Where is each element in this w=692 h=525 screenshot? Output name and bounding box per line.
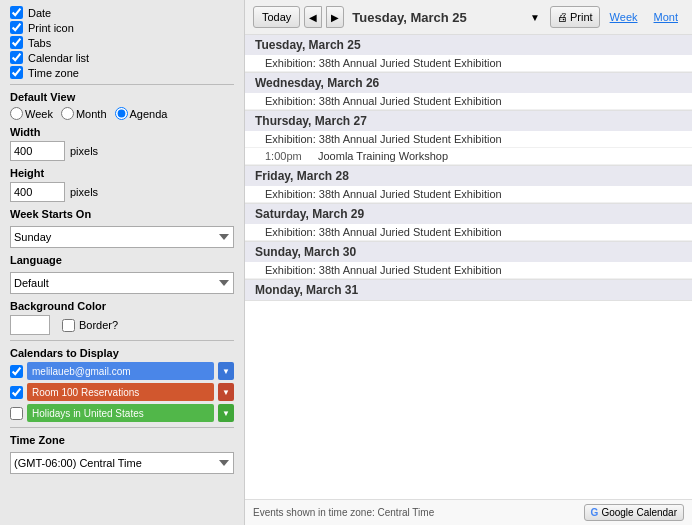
calendar-label-3: Holidays in United States: [27, 404, 214, 422]
event-title-0-0: Exhibition: 38th Annual Juried Student E…: [265, 57, 502, 69]
calendar-name-2: Room 100 Reservations: [32, 387, 139, 398]
radio-week-label: Week: [10, 107, 53, 120]
week-starts-label: Week Starts On: [10, 208, 234, 220]
width-unit: pixels: [70, 145, 98, 157]
border-checkbox[interactable]: [62, 319, 75, 332]
event-row-4-0: Exhibition: 38th Annual Juried Student E…: [245, 224, 692, 241]
language-select[interactable]: Default English Spanish: [10, 272, 234, 294]
height-input[interactable]: [10, 182, 65, 202]
height-input-row: pixels: [10, 182, 234, 202]
day-block-6: Monday, March 31: [245, 280, 692, 301]
checkbox-date-label: Date: [28, 7, 51, 19]
calendar-label-1: melilaueb@gmail.com: [27, 362, 214, 380]
default-view-radios: Week Month Agenda: [10, 107, 234, 120]
next-button[interactable]: ▶: [326, 6, 344, 28]
calendar-dropdown-1[interactable]: ▼: [218, 362, 234, 380]
checkbox-date-row: Date: [10, 6, 234, 19]
day-block-0: Tuesday, March 25 Exhibition: 38th Annua…: [245, 35, 692, 73]
day-block-3: Friday, March 28 Exhibition: 38th Annual…: [245, 166, 692, 204]
event-time-2-1: 1:00pm: [265, 150, 310, 162]
checkboxes-section: Date Print icon Tabs Calendar list Time …: [10, 6, 234, 79]
calendar-checkbox-3[interactable]: [10, 407, 23, 420]
event-row-2-1: 1:00pm Joomla Training Workshop: [245, 148, 692, 165]
calendars-label: Calendars to Display: [10, 347, 234, 359]
calendar-header: Today ◀ ▶ Tuesday, March 25 ▼ 🖨 Print We…: [245, 0, 692, 35]
google-icon: G: [591, 507, 599, 518]
checkbox-tz-label: Time zone: [28, 67, 79, 79]
event-title-1-0: Exhibition: 38th Annual Juried Student E…: [265, 95, 502, 107]
event-row-0-0: Exhibition: 38th Annual Juried Student E…: [245, 55, 692, 72]
radio-agenda-label: Agenda: [115, 107, 168, 120]
today-button[interactable]: Today: [253, 6, 300, 28]
color-border-row: Border?: [10, 315, 234, 335]
radio-week[interactable]: [10, 107, 23, 120]
event-row-5-0: Exhibition: 38th Annual Juried Student E…: [245, 262, 692, 279]
width-label: Width: [10, 126, 234, 138]
calendar-dropdown-2[interactable]: ▼: [218, 383, 234, 401]
day-header-2: Thursday, March 27: [245, 111, 692, 131]
bg-color-label: Background Color: [10, 300, 234, 312]
google-calendar-button[interactable]: G Google Calendar: [584, 504, 684, 521]
color-picker[interactable]: [10, 315, 50, 335]
google-cal-label: Google Calendar: [601, 507, 677, 518]
checkbox-tabs[interactable]: [10, 36, 23, 49]
dropdown-icon[interactable]: ▼: [530, 12, 540, 23]
checkbox-tabs-row: Tabs: [10, 36, 234, 49]
timezone-section: Time Zone (GMT-06:00) Central Time (GMT-…: [10, 434, 234, 474]
width-input[interactable]: [10, 141, 65, 161]
right-panel: Today ◀ ▶ Tuesday, March 25 ▼ 🖨 Print We…: [245, 0, 692, 525]
calendar-footer: Events shown in time zone: Central Time …: [245, 499, 692, 525]
radio-month[interactable]: [61, 107, 74, 120]
language-section: Language Default English Spanish: [10, 254, 234, 294]
week-view-button[interactable]: Week: [604, 6, 644, 28]
day-header-1: Wednesday, March 26: [245, 73, 692, 93]
border-label: Border?: [79, 319, 118, 331]
checkbox-tz[interactable]: [10, 66, 23, 79]
default-view-section: Default View Week Month Agenda: [10, 91, 234, 120]
calendar-item-3: Holidays in United States ▼: [10, 404, 234, 422]
calendar-checkbox-1[interactable]: [10, 365, 23, 378]
checkbox-print-row: Print icon: [10, 21, 234, 34]
height-label: Height: [10, 167, 234, 179]
checkbox-print[interactable]: [10, 21, 23, 34]
day-block-2: Thursday, March 27 Exhibition: 38th Annu…: [245, 111, 692, 166]
width-section: Width pixels: [10, 126, 234, 161]
default-view-label: Default View: [10, 91, 234, 103]
height-section: Height pixels: [10, 167, 234, 202]
day-block-1: Wednesday, March 26 Exhibition: 38th Ann…: [245, 73, 692, 111]
event-title-3-0: Exhibition: 38th Annual Juried Student E…: [265, 188, 502, 200]
timezone-label: Time Zone: [10, 434, 234, 446]
week-starts-section: Week Starts On Sunday Monday Saturday: [10, 208, 234, 248]
background-color-section: Background Color Border?: [10, 300, 234, 335]
left-panel: Date Print icon Tabs Calendar list Time …: [0, 0, 245, 525]
radio-agenda-text: Agenda: [130, 108, 168, 120]
prev-button[interactable]: ◀: [304, 6, 322, 28]
calendar-checkbox-2[interactable]: [10, 386, 23, 399]
calendar-label-2: Room 100 Reservations: [27, 383, 214, 401]
calendar-item-1: melilaueb@gmail.com ▼: [10, 362, 234, 380]
footer-timezone: Events shown in time zone: Central Time: [253, 507, 434, 518]
calendar-dropdown-3[interactable]: ▼: [218, 404, 234, 422]
day-header-4: Saturday, March 29: [245, 204, 692, 224]
timezone-select[interactable]: (GMT-06:00) Central Time (GMT-05:00) Eas…: [10, 452, 234, 474]
event-title-2-1: Joomla Training Workshop: [318, 150, 448, 162]
month-view-button[interactable]: Mont: [648, 6, 684, 28]
week-starts-select[interactable]: Sunday Monday Saturday: [10, 226, 234, 248]
day-header-6: Monday, March 31: [245, 280, 692, 300]
calendars-section: Calendars to Display melilaueb@gmail.com…: [10, 347, 234, 422]
day-header-0: Tuesday, March 25: [245, 35, 692, 55]
printer-icon: 🖨: [557, 11, 568, 23]
print-button[interactable]: 🖨 Print: [550, 6, 600, 28]
border-row: Border?: [62, 319, 118, 332]
radio-week-text: Week: [25, 108, 53, 120]
event-title-2-0: Exhibition: 38th Annual Juried Student E…: [265, 133, 502, 145]
radio-agenda[interactable]: [115, 107, 128, 120]
checkbox-callist[interactable]: [10, 51, 23, 64]
radio-month-label: Month: [61, 107, 107, 120]
checkbox-print-label: Print icon: [28, 22, 74, 34]
event-row-2-0: Exhibition: 38th Annual Juried Student E…: [245, 131, 692, 148]
print-label: Print: [570, 11, 593, 23]
checkbox-date[interactable]: [10, 6, 23, 19]
day-header-5: Sunday, March 30: [245, 242, 692, 262]
checkbox-tz-row: Time zone: [10, 66, 234, 79]
